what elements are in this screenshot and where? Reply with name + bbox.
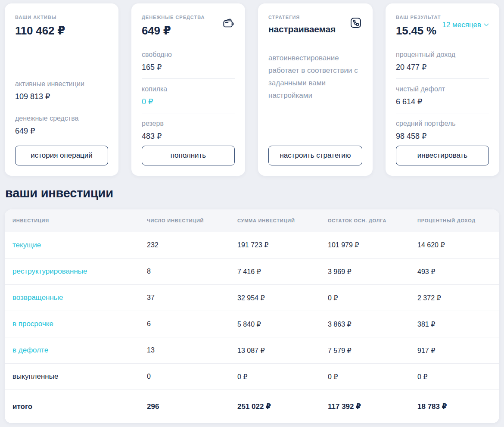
category-link-current[interactable]: текущие <box>12 241 147 249</box>
column-header-sum: СУММА ИНВЕСТИЦИЙ <box>237 218 328 223</box>
interest-income: 14 620 ₽ <box>417 241 492 249</box>
stat-value: 98 458 ₽ <box>396 131 489 141</box>
net-default-stat: чистый дефолт 6 614 ₽ <box>396 85 489 106</box>
total-income: 18 783 ₽ <box>417 402 492 411</box>
free-cash-stat: свободно 165 ₽ <box>142 51 235 72</box>
stat-label: копилка <box>142 85 235 93</box>
investment-sum: 7 416 ₽ <box>237 268 328 276</box>
period-label: 12 месяцев <box>442 21 481 29</box>
assets-card-title: ВАШИ АКТИВЫ <box>15 15 108 20</box>
strategy-name: настраиваемая <box>268 24 336 34</box>
total-principal: 117 392 ₽ <box>328 402 417 411</box>
stat-value: 20 477 ₽ <box>396 62 489 72</box>
operations-history-button[interactable]: история операций <box>15 146 108 165</box>
invest-button[interactable]: инвестировать <box>396 146 489 165</box>
top-up-button[interactable]: пополнить <box>142 146 235 165</box>
principal-remaining: 3 863 ₽ <box>328 320 417 328</box>
average-portfolio-stat: средний портфель 98 458 ₽ <box>396 120 489 141</box>
investments-section-title: ваши инвестиции <box>5 186 499 200</box>
total-count: 296 <box>147 402 237 411</box>
stat-value: 165 ₽ <box>142 62 235 72</box>
stat-value: 109 813 ₽ <box>15 92 108 101</box>
cash-card: ДЕНЕЖНЫЕ СРЕДСТВА 649 ₽ свободно 165 ₽ <box>131 3 245 176</box>
strategy-card: СТРАТЕГИЯ настраиваемая автоинвестирован… <box>258 3 373 176</box>
table-row: в просрочке 6 5 840 ₽ 3 863 ₽ 381 ₽ <box>5 311 499 337</box>
investment-count: 6 <box>147 320 237 328</box>
investment-count: 37 <box>147 294 237 302</box>
stat-label: чистый дефолт <box>396 85 489 93</box>
stat-label: резерв <box>142 120 235 128</box>
piggy-bank-stat: копилка 0 ₽ <box>142 85 235 106</box>
investment-sum: 13 087 ₽ <box>237 346 328 355</box>
result-card: ВАШ РЕЗУЛЬТАТ 15.45 % 12 месяцев процент… <box>386 3 499 176</box>
category-link-default[interactable]: в дефолте <box>12 346 147 355</box>
strategy-card-title: СТРАТЕГИЯ <box>268 15 336 20</box>
interest-income-stat: процентный доход 20 477 ₽ <box>396 51 489 72</box>
interest-income: 381 ₽ <box>417 320 492 328</box>
period-dropdown[interactable]: 12 месяцев <box>442 21 489 29</box>
principal-remaining: 101 979 ₽ <box>328 241 417 249</box>
principal-remaining: 3 969 ₽ <box>328 268 417 276</box>
table-header-row: ИНВЕСТИЦИЯ ЧИСЛО ИНВЕСТИЦИЙ СУММА ИНВЕСТ… <box>5 209 499 232</box>
reserve-stat: резерв 483 ₽ <box>142 120 235 141</box>
cash-total-value: 649 ₽ <box>142 24 205 37</box>
interest-income: 493 ₽ <box>417 268 492 276</box>
principal-remaining: 0 ₽ <box>328 294 417 302</box>
investment-count: 0 <box>147 373 237 380</box>
stat-value: 483 ₽ <box>142 131 235 141</box>
stat-label: процентный доход <box>396 51 489 59</box>
divider <box>15 108 108 108</box>
summary-cards: ВАШИ АКТИВЫ 110 462 ₽ активные инвестици… <box>5 3 499 176</box>
total-label: итого <box>12 402 147 411</box>
column-header-investment: ИНВЕСТИЦИЯ <box>12 218 147 223</box>
category-bought-back: выкупленные <box>12 372 147 381</box>
category-link-restructured[interactable]: реструктурированные <box>12 267 147 276</box>
divider <box>142 78 235 79</box>
result-percent-value: 15.45 % <box>396 24 441 37</box>
stat-value: 6 614 ₽ <box>396 97 489 106</box>
chevron-down-icon <box>484 23 489 27</box>
divider <box>396 113 489 113</box>
table-row: реструктурированные 8 7 416 ₽ 3 969 ₽ 49… <box>5 258 499 284</box>
divider <box>142 113 235 113</box>
principal-remaining: 0 ₽ <box>328 373 417 381</box>
stat-label: средний портфель <box>396 120 489 128</box>
column-header-count: ЧИСЛО ИНВЕСТИЦИЙ <box>147 218 237 223</box>
table-row: возвращенные 37 32 954 ₽ 0 ₽ 2 372 ₽ <box>5 284 499 311</box>
table-row: текущие 232 191 723 ₽ 101 979 ₽ 14 620 ₽ <box>5 232 499 258</box>
result-card-title: ВАШ РЕЗУЛЬТАТ <box>396 15 441 20</box>
table-total-row: итого 296 251 022 ₽ 117 392 ₽ 18 783 ₽ <box>5 390 499 423</box>
stat-value: 649 ₽ <box>15 126 108 136</box>
column-header-principal: ОСТАТОК ОСН. ДОЛГА <box>328 218 417 223</box>
investments-table: ИНВЕСТИЦИЯ ЧИСЛО ИНВЕСТИЦИЙ СУММА ИНВЕСТ… <box>5 209 499 423</box>
total-sum: 251 022 ₽ <box>237 402 328 411</box>
interest-income: 917 ₽ <box>417 346 492 355</box>
stat-value: 0 ₽ <box>142 97 235 106</box>
strategy-description: автоинвестирование работает в соответств… <box>268 52 362 102</box>
assets-total-value: 110 462 ₽ <box>15 24 108 37</box>
column-header-income: ПРОЦЕНТНЫЙ ДОХОД <box>417 218 492 223</box>
stat-label: денежные средства <box>15 115 108 122</box>
wallet-icon <box>222 16 235 29</box>
principal-remaining: 7 579 ₽ <box>328 346 417 355</box>
configure-strategy-button[interactable]: настроить стратегию <box>268 146 362 165</box>
assets-card: ВАШИ АКТИВЫ 110 462 ₽ активные инвестици… <box>5 3 118 176</box>
investment-sum: 0 ₽ <box>237 373 328 381</box>
investment-count: 13 <box>147 346 237 354</box>
table-row: в дефолте 13 13 087 ₽ 7 579 ₽ 917 ₽ <box>5 337 499 363</box>
stat-label: свободно <box>142 51 235 59</box>
stat-label: активные инвестиции <box>15 80 108 88</box>
cash-stat: денежные средства 649 ₽ <box>15 115 108 136</box>
investment-count: 8 <box>147 268 237 275</box>
category-link-returned[interactable]: возвращенные <box>12 293 147 302</box>
table-row: выкупленные 0 0 ₽ 0 ₽ 0 ₽ <box>5 363 499 390</box>
cash-card-title: ДЕНЕЖНЫЕ СРЕДСТВА <box>142 15 205 20</box>
divider <box>396 78 489 79</box>
dashboard-page: ВАШИ АКТИВЫ 110 462 ₽ активные инвестици… <box>0 0 504 423</box>
investment-sum: 191 723 ₽ <box>237 241 328 249</box>
interest-income: 0 ₽ <box>417 373 492 381</box>
investment-sum: 32 954 ₽ <box>237 294 328 302</box>
investment-count: 232 <box>147 241 237 249</box>
category-link-overdue[interactable]: в просрочке <box>12 320 147 328</box>
investment-sum: 5 840 ₽ <box>237 320 328 328</box>
